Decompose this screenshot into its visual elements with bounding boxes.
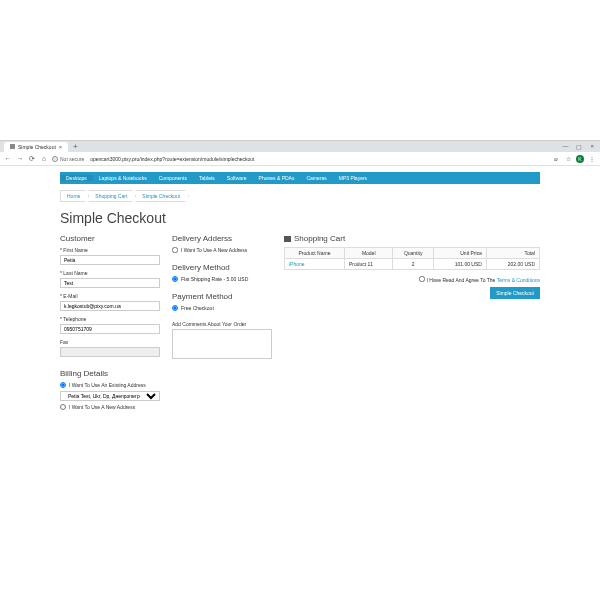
translate-icon[interactable]: ⌀ <box>552 155 560 162</box>
menu-mp3[interactable]: MP3 Players <box>333 175 373 181</box>
shipping-flat-radio[interactable] <box>172 276 178 282</box>
first-name-input[interactable] <box>60 255 160 265</box>
new-tab-button[interactable]: + <box>70 142 80 152</box>
menu-icon[interactable]: ⋮ <box>588 155 596 162</box>
menu-components[interactable]: Components <box>153 175 193 181</box>
main-menu: Desktops Laptops & Notebooks Components … <box>60 172 540 184</box>
browser-tab[interactable]: Simple Checkout × <box>4 142 68 152</box>
forward-icon[interactable]: → <box>16 155 24 162</box>
menu-phones[interactable]: Phones & PDAs <box>253 175 301 181</box>
menu-desktops[interactable]: Desktops <box>60 175 93 181</box>
col-total: Total <box>486 248 539 259</box>
breadcrumb: Home Shopping Cart Simple Checkout <box>60 190 540 202</box>
security-indicator[interactable]: i Not secure <box>52 156 84 162</box>
cart-icon <box>284 236 291 242</box>
col-qty: Quantity <box>393 248 433 259</box>
delivery-new-check[interactable] <box>172 247 178 253</box>
cart-heading: Shopping Cart <box>294 234 345 243</box>
col-unit: Unit Price <box>433 248 486 259</box>
crumb-home[interactable]: Home <box>60 190 89 202</box>
comments-label: Add Comments About Your Order <box>172 321 272 327</box>
favicon <box>10 144 15 149</box>
terms-checkbox[interactable] <box>419 276 425 282</box>
col-model: Model <box>344 248 393 259</box>
close-window-icon[interactable]: × <box>590 143 594 150</box>
fax-label: Fax <box>60 339 160 345</box>
crumb-checkout[interactable]: Simple Checkout <box>135 190 189 202</box>
terms-link[interactable]: Terms & Conditions <box>497 277 540 283</box>
star-icon[interactable]: ☆ <box>564 155 572 162</box>
comments-textarea[interactable] <box>172 329 272 359</box>
delivery-method-heading: Delivery Method <box>172 263 272 272</box>
fax-input[interactable] <box>60 347 160 357</box>
telephone-label: * Telephone <box>60 316 160 322</box>
checkout-button[interactable]: Simple Checkout <box>490 287 540 299</box>
email-label: * E-Mail <box>60 293 160 299</box>
address-bar[interactable]: opencart3000.pixy.pro/index.php?route=ex… <box>88 156 548 162</box>
reload-icon[interactable]: ⟳ <box>28 155 36 163</box>
billing-existing-radio[interactable] <box>60 382 66 388</box>
home-icon[interactable]: ⌂ <box>40 155 48 162</box>
col-name: Product Name <box>285 248 345 259</box>
delivery-address-heading: Delivery Adderss <box>172 234 272 243</box>
page-title: Simple Checkout <box>60 210 540 226</box>
email-input[interactable] <box>60 301 160 311</box>
menu-software[interactable]: Software <box>221 175 253 181</box>
tab-title: Simple Checkout <box>18 144 56 150</box>
minimize-icon[interactable]: — <box>562 143 568 150</box>
menu-laptops[interactable]: Laptops & Notebooks <box>93 175 153 181</box>
close-icon[interactable]: × <box>59 144 63 150</box>
customer-heading: Customer <box>60 234 160 243</box>
payment-method-heading: Payment Method <box>172 292 272 301</box>
payment-free-radio[interactable] <box>172 305 178 311</box>
back-icon[interactable]: ← <box>4 155 12 162</box>
table-row: iPhone Product 11 2 101.00 USD 202.00 US… <box>285 259 540 270</box>
telephone-input[interactable] <box>60 324 160 334</box>
maximize-icon[interactable]: ▢ <box>576 143 582 150</box>
product-link[interactable]: iPhone <box>289 261 305 267</box>
billing-address-select[interactable]: Petia Test, Ukr, Dp, Днепропетровск <box>60 391 160 401</box>
first-name-label: * First Name <box>60 247 160 253</box>
profile-avatar[interactable]: K <box>576 155 584 163</box>
browser-toolbar: ← → ⟳ ⌂ i Not secure opencart3000.pixy.p… <box>0 152 600 166</box>
cart-table: Product Name Model Quantity Unit Price T… <box>284 247 540 270</box>
menu-tablets[interactable]: Tablets <box>193 175 221 181</box>
menu-cameras[interactable]: Cameras <box>300 175 332 181</box>
last-name-input[interactable] <box>60 278 160 288</box>
crumb-cart[interactable]: Shopping Cart <box>88 190 136 202</box>
browser-tab-strip: Simple Checkout × + — ▢ × <box>0 140 600 152</box>
billing-new-radio[interactable] <box>60 404 66 410</box>
last-name-label: * Last Name <box>60 270 160 276</box>
info-icon: i <box>52 156 58 162</box>
billing-heading: Billing Details <box>60 369 160 378</box>
